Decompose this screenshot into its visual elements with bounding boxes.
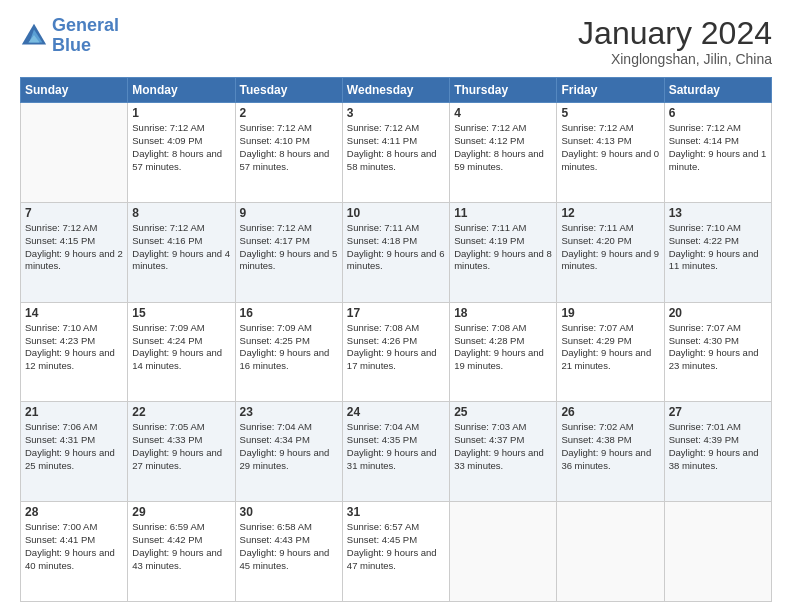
calendar-cell-0-3: 3Sunrise: 7:12 AM Sunset: 4:11 PM Daylig…	[342, 103, 449, 203]
calendar-cell-3-5: 26Sunrise: 7:02 AM Sunset: 4:38 PM Dayli…	[557, 402, 664, 502]
header-thursday: Thursday	[450, 78, 557, 103]
cell-text: Sunrise: 7:05 AM Sunset: 4:33 PM Dayligh…	[132, 421, 230, 472]
day-number: 23	[240, 405, 338, 419]
calendar-cell-3-3: 24Sunrise: 7:04 AM Sunset: 4:35 PM Dayli…	[342, 402, 449, 502]
calendar-cell-1-6: 13Sunrise: 7:10 AM Sunset: 4:22 PM Dayli…	[664, 202, 771, 302]
cell-text: Sunrise: 7:08 AM Sunset: 4:26 PM Dayligh…	[347, 322, 445, 373]
cell-text: Sunrise: 7:12 AM Sunset: 4:12 PM Dayligh…	[454, 122, 552, 173]
day-number: 17	[347, 306, 445, 320]
day-number: 29	[132, 505, 230, 519]
cell-text: Sunrise: 6:58 AM Sunset: 4:43 PM Dayligh…	[240, 521, 338, 572]
day-number: 18	[454, 306, 552, 320]
calendar-cell-0-0	[21, 103, 128, 203]
day-number: 12	[561, 206, 659, 220]
calendar-cell-0-1: 1Sunrise: 7:12 AM Sunset: 4:09 PM Daylig…	[128, 103, 235, 203]
day-number: 5	[561, 106, 659, 120]
cell-text: Sunrise: 7:04 AM Sunset: 4:34 PM Dayligh…	[240, 421, 338, 472]
calendar-cell-4-5	[557, 502, 664, 602]
day-number: 19	[561, 306, 659, 320]
day-number: 22	[132, 405, 230, 419]
cell-text: Sunrise: 7:01 AM Sunset: 4:39 PM Dayligh…	[669, 421, 767, 472]
cell-text: Sunrise: 7:07 AM Sunset: 4:29 PM Dayligh…	[561, 322, 659, 373]
calendar-cell-2-0: 14Sunrise: 7:10 AM Sunset: 4:23 PM Dayli…	[21, 302, 128, 402]
calendar-table: Sunday Monday Tuesday Wednesday Thursday…	[20, 77, 772, 602]
header-monday: Monday	[128, 78, 235, 103]
day-number: 27	[669, 405, 767, 419]
cell-text: Sunrise: 7:09 AM Sunset: 4:25 PM Dayligh…	[240, 322, 338, 373]
calendar-cell-0-4: 4Sunrise: 7:12 AM Sunset: 4:12 PM Daylig…	[450, 103, 557, 203]
header-tuesday: Tuesday	[235, 78, 342, 103]
logo: General Blue	[20, 16, 119, 56]
cell-text: Sunrise: 7:08 AM Sunset: 4:28 PM Dayligh…	[454, 322, 552, 373]
cell-text: Sunrise: 7:11 AM Sunset: 4:18 PM Dayligh…	[347, 222, 445, 273]
cell-text: Sunrise: 7:12 AM Sunset: 4:10 PM Dayligh…	[240, 122, 338, 173]
weekday-header-row: Sunday Monday Tuesday Wednesday Thursday…	[21, 78, 772, 103]
calendar-cell-2-5: 19Sunrise: 7:07 AM Sunset: 4:29 PM Dayli…	[557, 302, 664, 402]
calendar-cell-3-4: 25Sunrise: 7:03 AM Sunset: 4:37 PM Dayli…	[450, 402, 557, 502]
calendar-cell-1-0: 7Sunrise: 7:12 AM Sunset: 4:15 PM Daylig…	[21, 202, 128, 302]
cell-text: Sunrise: 7:12 AM Sunset: 4:16 PM Dayligh…	[132, 222, 230, 273]
day-number: 16	[240, 306, 338, 320]
day-number: 4	[454, 106, 552, 120]
day-number: 15	[132, 306, 230, 320]
cell-text: Sunrise: 7:06 AM Sunset: 4:31 PM Dayligh…	[25, 421, 123, 472]
cell-text: Sunrise: 7:09 AM Sunset: 4:24 PM Dayligh…	[132, 322, 230, 373]
page: General Blue January 2024 Xinglongshan, …	[0, 0, 792, 612]
calendar-cell-4-0: 28Sunrise: 7:00 AM Sunset: 4:41 PM Dayli…	[21, 502, 128, 602]
calendar-row-1: 7Sunrise: 7:12 AM Sunset: 4:15 PM Daylig…	[21, 202, 772, 302]
cell-text: Sunrise: 7:12 AM Sunset: 4:15 PM Dayligh…	[25, 222, 123, 273]
calendar-cell-1-5: 12Sunrise: 7:11 AM Sunset: 4:20 PM Dayli…	[557, 202, 664, 302]
calendar-cell-3-0: 21Sunrise: 7:06 AM Sunset: 4:31 PM Dayli…	[21, 402, 128, 502]
cell-text: Sunrise: 7:12 AM Sunset: 4:17 PM Dayligh…	[240, 222, 338, 273]
day-number: 10	[347, 206, 445, 220]
calendar-cell-2-3: 17Sunrise: 7:08 AM Sunset: 4:26 PM Dayli…	[342, 302, 449, 402]
day-number: 2	[240, 106, 338, 120]
calendar-cell-4-2: 30Sunrise: 6:58 AM Sunset: 4:43 PM Dayli…	[235, 502, 342, 602]
calendar-cell-4-6	[664, 502, 771, 602]
cell-text: Sunrise: 7:03 AM Sunset: 4:37 PM Dayligh…	[454, 421, 552, 472]
header-friday: Friday	[557, 78, 664, 103]
cell-text: Sunrise: 7:12 AM Sunset: 4:11 PM Dayligh…	[347, 122, 445, 173]
calendar-cell-0-6: 6Sunrise: 7:12 AM Sunset: 4:14 PM Daylig…	[664, 103, 771, 203]
header-wednesday: Wednesday	[342, 78, 449, 103]
calendar-cell-3-2: 23Sunrise: 7:04 AM Sunset: 4:34 PM Dayli…	[235, 402, 342, 502]
calendar-cell-2-6: 20Sunrise: 7:07 AM Sunset: 4:30 PM Dayli…	[664, 302, 771, 402]
day-number: 14	[25, 306, 123, 320]
day-number: 8	[132, 206, 230, 220]
cell-text: Sunrise: 7:02 AM Sunset: 4:38 PM Dayligh…	[561, 421, 659, 472]
cell-text: Sunrise: 7:07 AM Sunset: 4:30 PM Dayligh…	[669, 322, 767, 373]
day-number: 11	[454, 206, 552, 220]
calendar-cell-3-6: 27Sunrise: 7:01 AM Sunset: 4:39 PM Dayli…	[664, 402, 771, 502]
day-number: 3	[347, 106, 445, 120]
day-number: 26	[561, 405, 659, 419]
day-number: 21	[25, 405, 123, 419]
cell-text: Sunrise: 7:12 AM Sunset: 4:13 PM Dayligh…	[561, 122, 659, 173]
day-number: 1	[132, 106, 230, 120]
logo-icon	[20, 22, 48, 50]
cell-text: Sunrise: 6:57 AM Sunset: 4:45 PM Dayligh…	[347, 521, 445, 572]
calendar-cell-0-5: 5Sunrise: 7:12 AM Sunset: 4:13 PM Daylig…	[557, 103, 664, 203]
cell-text: Sunrise: 7:10 AM Sunset: 4:23 PM Dayligh…	[25, 322, 123, 373]
calendar-cell-1-1: 8Sunrise: 7:12 AM Sunset: 4:16 PM Daylig…	[128, 202, 235, 302]
calendar-cell-0-2: 2Sunrise: 7:12 AM Sunset: 4:10 PM Daylig…	[235, 103, 342, 203]
calendar-cell-1-2: 9Sunrise: 7:12 AM Sunset: 4:17 PM Daylig…	[235, 202, 342, 302]
day-number: 6	[669, 106, 767, 120]
day-number: 31	[347, 505, 445, 519]
day-number: 25	[454, 405, 552, 419]
day-number: 24	[347, 405, 445, 419]
calendar-cell-1-4: 11Sunrise: 7:11 AM Sunset: 4:19 PM Dayli…	[450, 202, 557, 302]
logo-text: General Blue	[52, 16, 119, 56]
header: General Blue January 2024 Xinglongshan, …	[20, 16, 772, 67]
calendar-cell-4-4	[450, 502, 557, 602]
day-number: 13	[669, 206, 767, 220]
calendar-cell-2-1: 15Sunrise: 7:09 AM Sunset: 4:24 PM Dayli…	[128, 302, 235, 402]
cell-text: Sunrise: 7:11 AM Sunset: 4:19 PM Dayligh…	[454, 222, 552, 273]
calendar-cell-1-3: 10Sunrise: 7:11 AM Sunset: 4:18 PM Dayli…	[342, 202, 449, 302]
title-block: January 2024 Xinglongshan, Jilin, China	[578, 16, 772, 67]
calendar-row-4: 28Sunrise: 7:00 AM Sunset: 4:41 PM Dayli…	[21, 502, 772, 602]
calendar-row-3: 21Sunrise: 7:06 AM Sunset: 4:31 PM Dayli…	[21, 402, 772, 502]
day-number: 28	[25, 505, 123, 519]
calendar-row-0: 1Sunrise: 7:12 AM Sunset: 4:09 PM Daylig…	[21, 103, 772, 203]
day-number: 9	[240, 206, 338, 220]
header-saturday: Saturday	[664, 78, 771, 103]
